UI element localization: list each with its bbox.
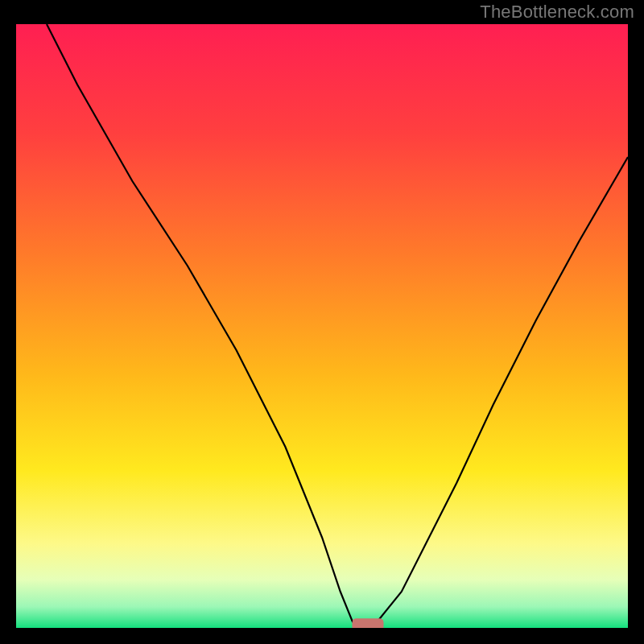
chart-svg bbox=[16, 24, 628, 628]
optimal-marker bbox=[353, 619, 383, 628]
chart-frame: TheBottleneck.com bbox=[0, 0, 644, 644]
plot-area bbox=[16, 24, 628, 628]
watermark-text: TheBottleneck.com bbox=[480, 0, 634, 24]
